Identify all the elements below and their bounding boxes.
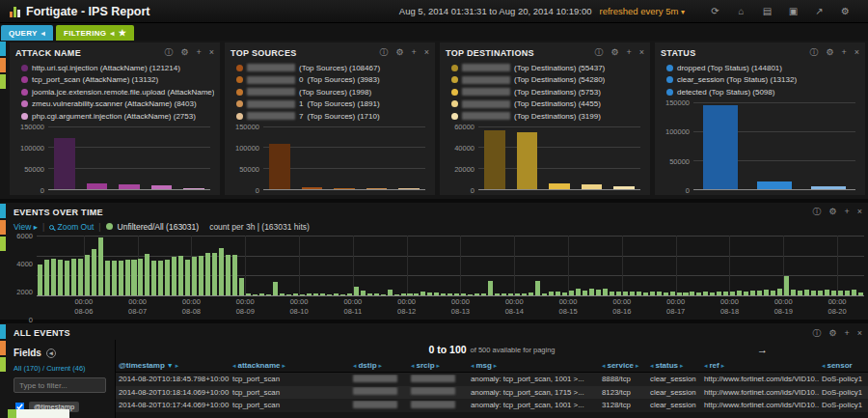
column-name[interactable]: @timestamp — [119, 361, 165, 370]
close-icon[interactable]: × — [854, 48, 859, 57]
histogram-bar — [683, 293, 688, 295]
legend-item[interactable]: zmeu.vulnerability.scanner (AttackName) … — [21, 98, 214, 111]
refresh-icon[interactable]: ⟳ — [702, 6, 728, 16]
move-column-right-icon[interactable]: ▸ — [678, 362, 683, 369]
move-icon[interactable]: + — [844, 329, 849, 338]
y-tick-label: 50000 — [669, 156, 690, 165]
legend-item[interactable]: php.cgi.argument.injection (AttackName) … — [21, 110, 214, 123]
row-collapse-tab[interactable] — [0, 204, 6, 218]
home-icon[interactable]: ⌂ — [728, 6, 754, 16]
info-icon[interactable]: ⓘ — [379, 48, 388, 57]
column-name[interactable]: attackname — [237, 361, 280, 370]
info-icon[interactable]: ⓘ — [164, 48, 173, 57]
configure-icon[interactable]: ⚙ — [180, 48, 188, 57]
legend-item[interactable]: (Top Destinations) (3199) — [451, 110, 644, 123]
legend-item[interactable]: 1 (Top Sources) (1891) — [236, 98, 429, 111]
info-icon[interactable]: ⓘ — [812, 329, 821, 338]
column-name[interactable]: dstip — [358, 361, 376, 370]
filtering-button-label: FILTERING — [64, 29, 106, 38]
configure-icon[interactable]: ⚙ — [828, 208, 836, 216]
legend-item[interactable]: 7 (Top Sources) (1710) — [236, 110, 429, 123]
move-icon[interactable]: + — [626, 48, 631, 57]
move-column-right-icon[interactable]: ▸ — [281, 362, 285, 369]
fields-summary-links[interactable]: All (170) / Current (46) — [14, 364, 109, 373]
row-config-tab[interactable] — [0, 341, 6, 355]
legend-item[interactable]: (Top Sources) (1998) — [236, 86, 429, 98]
column-name[interactable]: msg — [475, 361, 491, 370]
share-icon[interactable]: ↗ — [806, 6, 832, 16]
table-row[interactable]: 2014-08-20T10:18:45.798+10:00tcp_port_sc… — [116, 373, 868, 386]
move-column-right-icon[interactable]: ▸ — [492, 362, 497, 369]
refresh-interval-link[interactable]: refreshed every 5m ▾ — [600, 6, 686, 16]
legend-item[interactable]: (Top Sources) (108467) — [236, 62, 429, 74]
interval-note[interactable]: count per 3h | (163031 hits) — [209, 222, 310, 232]
legend-item[interactable]: clear_session (Top Status) (13132) — [666, 74, 859, 87]
configure-icon[interactable]: ⚙ — [610, 48, 618, 57]
view-menu[interactable]: View ▸ — [14, 222, 38, 232]
x-tick-time: 00:00 — [762, 297, 804, 307]
row-config-tab[interactable] — [0, 220, 6, 235]
close-icon[interactable]: × — [857, 329, 862, 338]
move-icon[interactable]: + — [196, 48, 201, 57]
move-icon[interactable]: + — [841, 48, 846, 57]
configure-icon[interactable]: ⚙ — [395, 48, 403, 57]
info-icon[interactable]: ⓘ — [594, 48, 603, 57]
move-column-right-icon[interactable]: ▸ — [634, 362, 638, 369]
zoom-out-button[interactable]: Zoom Out — [49, 222, 94, 232]
move-column-right-icon[interactable]: ▸ — [435, 362, 440, 369]
column-name[interactable]: srcip — [416, 361, 434, 370]
close-icon[interactable]: × — [424, 48, 429, 57]
move-icon[interactable]: + — [411, 48, 416, 57]
row-add-panel-tab[interactable] — [0, 357, 6, 372]
move-column-right-icon[interactable]: ▸ — [719, 362, 724, 369]
configure-icon[interactable]: ⚙ — [828, 329, 836, 338]
row-collapse-tab[interactable] — [0, 324, 6, 339]
field-filter-input[interactable] — [14, 377, 106, 393]
legend-item[interactable]: tcp_port_scan (AttackName) (13132) — [21, 74, 214, 87]
legend-item[interactable]: http.uri.sql.injection (AttackName) (121… — [21, 62, 214, 74]
row-collapse-tab[interactable] — [0, 42, 6, 56]
save-dashboard-icon[interactable]: ▣ — [780, 6, 806, 16]
legend-item[interactable]: (Top Destinations) (5753) — [451, 86, 644, 98]
settings-icon[interactable]: ⚙ — [832, 6, 858, 16]
query-button[interactable]: QUERY ◂ — [1, 25, 53, 41]
move-column-right-icon[interactable]: ▸ — [377, 362, 382, 369]
events-plot-area[interactable]: 00:0008-0600:0008-0700:0008-0800:0008-09… — [37, 236, 864, 296]
move-column-right-icon[interactable]: ▸ — [174, 362, 178, 369]
close-icon[interactable]: × — [209, 48, 214, 57]
column-name[interactable]: status — [655, 361, 678, 370]
legend-item[interactable]: (Top Destinations) (4455) — [451, 98, 644, 111]
column-name[interactable]: sensor — [827, 361, 852, 370]
row-add-panel-tab[interactable] — [0, 237, 6, 251]
column-name[interactable]: service — [607, 361, 634, 370]
load-dashboard-icon[interactable]: ▤ — [754, 6, 780, 16]
histogram-bar — [441, 293, 446, 295]
table-row[interactable]: 2014-08-20T10:17:44.069+10:00tcp_port_sc… — [116, 399, 868, 412]
sort-desc-icon[interactable]: ▼ — [165, 362, 174, 369]
time-range-picker[interactable]: Aug 5, 2014 01:31:31 to Aug 20, 2014 10:… — [399, 6, 592, 16]
row-config-tab[interactable] — [0, 58, 6, 72]
histogram-bar — [811, 291, 816, 295]
legend-item[interactable]: (Top Destinations) (55437) — [451, 62, 644, 74]
info-icon[interactable]: ⓘ — [809, 48, 818, 57]
info-icon[interactable]: ⓘ — [812, 208, 821, 216]
x-tick-date: 08-08 — [170, 307, 212, 317]
configure-icon[interactable]: ⚙ — [826, 48, 833, 57]
legend-item[interactable]: dropped (Top Status) (144801) — [666, 62, 859, 74]
legend-item[interactable]: 0 (Top Sources) (3983) — [236, 74, 429, 87]
events-histogram[interactable]: 6000400020000 00:0008-0600:0008-0700:000… — [8, 234, 868, 320]
close-icon[interactable]: × — [639, 48, 644, 57]
filtering-button[interactable]: FILTERING ◂ ★ — [56, 25, 134, 41]
query-legend-dot[interactable] — [106, 223, 113, 230]
histogram-bar — [307, 293, 312, 295]
next-page-arrow[interactable]: → — [757, 344, 768, 355]
row-add-panel-tab[interactable] — [0, 74, 6, 89]
legend-item[interactable]: (Top Destinations) (54280) — [451, 74, 644, 87]
legend-item[interactable]: joomla.jce.extension.remote.file.upload … — [21, 86, 214, 98]
legend-item[interactable]: detected (Top Status) (5098) — [666, 86, 859, 98]
move-icon[interactable]: + — [844, 208, 849, 216]
fields-collapse-icon[interactable]: ◂ — [46, 348, 56, 358]
close-icon[interactable]: × — [857, 208, 862, 216]
column-name[interactable]: ref — [709, 361, 719, 370]
table-row[interactable]: 2014-08-20T10:18:14.069+10:00tcp_port_sc… — [116, 386, 868, 400]
